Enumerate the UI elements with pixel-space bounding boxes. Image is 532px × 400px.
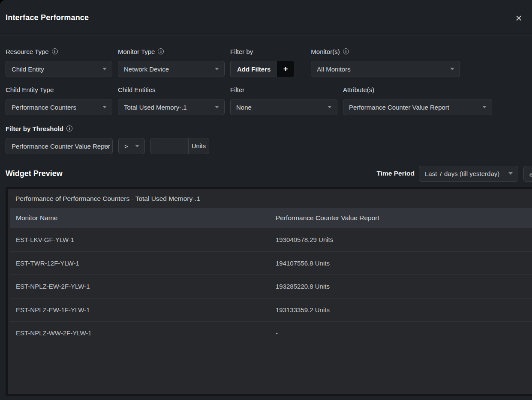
table-row[interactable]: EST-NPLZ-WW-2F-YLW-1 - bbox=[10, 322, 532, 345]
filter-select[interactable]: None bbox=[230, 99, 337, 115]
table-row[interactable]: EST-NPLZ-EW-2F-YLW-1 193285220.8 Units bbox=[10, 275, 532, 299]
info-icon[interactable]: i bbox=[343, 48, 349, 54]
filter-value: None bbox=[236, 104, 252, 111]
chevron-down-icon bbox=[135, 145, 139, 147]
link-icon bbox=[529, 170, 532, 177]
close-icon[interactable]: × bbox=[512, 12, 525, 24]
chevron-down-icon bbox=[215, 68, 219, 70]
threshold-metric-field: Filter by Threshold i Performance Counte… bbox=[6, 125, 113, 154]
child-entity-type-label: Child Entity Type bbox=[6, 86, 54, 93]
monitor-name-cell: EST-NPLZ-EW-1F-YLW-1 bbox=[10, 306, 270, 313]
filters-row-3: Filter by Threshold i Performance Counte… bbox=[6, 125, 532, 154]
threshold-metric-select[interactable]: Performance Counter Value Report bbox=[6, 138, 113, 154]
attributes-field: Attribute(s) Performance Counter Value R… bbox=[343, 86, 492, 115]
monitor-name-cell: EST-NPLZ-WW-2F-YLW-1 bbox=[10, 329, 270, 337]
chevron-down-icon bbox=[102, 106, 107, 108]
filter-by-label-row: Filter by bbox=[230, 48, 294, 55]
table-row[interactable]: EST-LKV-GF-YLW-1 193040578.29 Units bbox=[10, 228, 532, 252]
attributes-label-row: Attribute(s) bbox=[343, 86, 492, 93]
child-entities-field: Child Entities Total Used Memory-.1 bbox=[118, 86, 225, 115]
chevron-down-icon bbox=[104, 145, 108, 148]
threshold-operator-field: > bbox=[118, 125, 145, 154]
child-entity-type-field: Child Entity Type Performance Counters bbox=[6, 86, 112, 115]
chevron-down-icon bbox=[328, 106, 332, 108]
monitors-field: Monitor(s) i All Monitors bbox=[311, 48, 460, 77]
time-period-value: Last 7 days (till yesterday) bbox=[425, 170, 499, 177]
threshold-metric-value: Performance Counter Value Report bbox=[12, 143, 110, 150]
column-header-counter-value: Performance Counter Value Report bbox=[270, 214, 532, 222]
child-entity-type-select[interactable]: Performance Counters bbox=[6, 99, 112, 115]
filter-by-field: Filter by Add Filters + bbox=[230, 48, 294, 77]
attributes-value: Performance Counter Value Report bbox=[349, 104, 449, 111]
monitor-name-cell: EST-NPLZ-EW-2F-YLW-1 bbox=[10, 283, 270, 290]
attributes-label: Attribute(s) bbox=[343, 86, 374, 93]
threshold-value-input[interactable] bbox=[151, 138, 188, 154]
resource-type-label-row: Resource Type i bbox=[6, 48, 112, 55]
filter-by-label: Filter by bbox=[230, 48, 253, 55]
counter-value-cell: 193133359.2 Units bbox=[270, 306, 532, 313]
attributes-select[interactable]: Performance Counter Value Report bbox=[343, 99, 492, 115]
filter-label-row: Filter bbox=[230, 86, 337, 93]
time-period-group: Time Period Last 7 days (till yesterday) bbox=[377, 166, 532, 182]
child-entities-select[interactable]: Total Used Memory-.1 bbox=[118, 99, 225, 115]
threshold-operator-value: > bbox=[124, 143, 128, 150]
monitor-type-label: Monitor Type bbox=[118, 48, 155, 55]
child-entities-label: Child Entities bbox=[118, 86, 156, 93]
time-period-select[interactable]: Last 7 days (till yesterday) bbox=[419, 166, 518, 182]
table-body: EST-LKV-GF-YLW-1 193040578.29 Units EST-… bbox=[10, 228, 532, 345]
monitors-label-row: Monitor(s) i bbox=[311, 48, 460, 55]
monitors-select[interactable]: All Monitors bbox=[311, 61, 460, 77]
chevron-down-icon bbox=[450, 68, 454, 70]
chevron-down-icon bbox=[215, 106, 219, 108]
counter-value-cell: 194107556.8 Units bbox=[270, 260, 532, 267]
dialog-header: Interface Performance × bbox=[0, 0, 532, 36]
filter-label: Filter bbox=[230, 86, 244, 93]
dialog-title: Interface Performance bbox=[6, 13, 89, 22]
info-icon[interactable]: i bbox=[52, 48, 58, 54]
preview-table: Monitor Name Performance Counter Value R… bbox=[10, 208, 532, 345]
table-header-row: Monitor Name Performance Counter Value R… bbox=[10, 208, 532, 228]
threshold-label: Filter by Threshold bbox=[6, 125, 63, 132]
counter-value-cell: - bbox=[270, 329, 532, 337]
filter-field: Filter None bbox=[230, 86, 337, 115]
monitor-type-field: Monitor Type i Network Device bbox=[118, 48, 225, 77]
widget-panel-title: Performance of Performance Counters - To… bbox=[8, 189, 532, 203]
resource-type-value: Child Entity bbox=[12, 66, 44, 73]
resource-type-field: Resource Type i Child Entity bbox=[6, 48, 112, 77]
table-row[interactable]: EST-TWR-12F-YLW-1 194107556.8 Units bbox=[10, 252, 532, 275]
info-icon[interactable]: i bbox=[158, 48, 164, 54]
monitor-type-label-row: Monitor Type i bbox=[118, 48, 225, 55]
threshold-operator-select[interactable]: > bbox=[118, 138, 145, 154]
resource-type-label: Resource Type bbox=[6, 48, 49, 55]
info-icon[interactable]: i bbox=[66, 125, 72, 131]
interface-performance-dialog: Interface Performance × Resource Type i … bbox=[0, 0, 532, 400]
monitor-type-select[interactable]: Network Device bbox=[118, 61, 225, 77]
monitors-value: All Monitors bbox=[317, 66, 350, 73]
threshold-label-row: Filter by Threshold i bbox=[6, 125, 113, 132]
resource-type-select[interactable]: Child Entity bbox=[6, 61, 112, 77]
counter-value-cell: 193285220.8 Units bbox=[270, 283, 532, 290]
chevron-down-icon bbox=[102, 68, 107, 70]
time-period-label: Time Period bbox=[377, 170, 415, 177]
threshold-input-group: Units bbox=[150, 138, 209, 154]
monitor-name-cell: EST-LKV-GF-YLW-1 bbox=[10, 236, 270, 243]
plus-icon[interactable]: + bbox=[277, 61, 294, 77]
widget-preview-bar: Widget Preview Time Period Last 7 days (… bbox=[0, 165, 532, 182]
filters-row-1: Resource Type i Child Entity Monitor Typ… bbox=[6, 48, 532, 77]
monitors-label: Monitor(s) bbox=[311, 48, 340, 55]
child-entities-label-row: Child Entities bbox=[118, 86, 225, 93]
monitor-name-cell: EST-TWR-12F-YLW-1 bbox=[10, 260, 270, 267]
threshold-value-field: Units bbox=[145, 125, 209, 154]
child-entities-value: Total Used Memory-.1 bbox=[124, 104, 187, 111]
chevron-down-icon bbox=[508, 172, 513, 175]
threshold-unit-label: Units bbox=[188, 138, 209, 154]
add-filters-group: Add Filters + bbox=[230, 61, 294, 77]
table-row[interactable]: EST-NPLZ-EW-1F-YLW-1 193133359.2 Units bbox=[10, 299, 532, 322]
widget-preview-heading: Widget Preview bbox=[6, 169, 63, 178]
monitor-type-value: Network Device bbox=[124, 66, 169, 73]
child-entity-type-label-row: Child Entity Type bbox=[6, 86, 112, 93]
link-button[interactable] bbox=[523, 166, 532, 182]
add-filters-button[interactable]: Add Filters bbox=[230, 61, 277, 77]
filters-row-2: Child Entity Type Performance Counters C… bbox=[6, 86, 532, 115]
child-entity-type-value: Performance Counters bbox=[12, 104, 76, 111]
